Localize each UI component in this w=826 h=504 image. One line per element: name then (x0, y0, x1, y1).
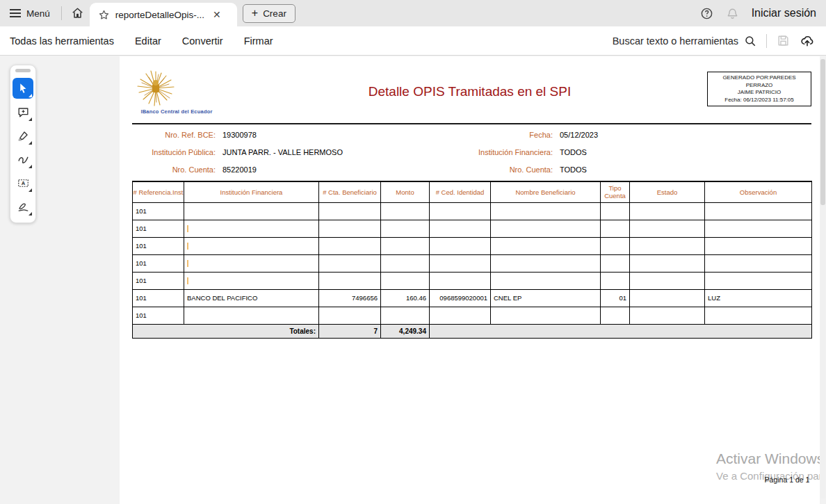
table-cell (319, 307, 381, 324)
signature-pen-icon (17, 200, 30, 213)
table-cell (430, 254, 491, 272)
table-cell (491, 202, 601, 220)
dropdown-corner (29, 141, 32, 145)
field-value: 05/12/2023 (560, 131, 598, 139)
report-fields-left: Nro. Ref. BCE:19300978 Institución Públi… (132, 131, 343, 183)
table-cell: 0968599020001 (430, 289, 491, 307)
field-label: Nro. Ref. BCE: (132, 131, 216, 139)
table-cell: 101 (133, 254, 184, 272)
search-button[interactable]: Buscar texto o herramientas (613, 35, 756, 47)
fill-sign-tool-button[interactable] (13, 196, 33, 217)
search-label: Buscar texto o herramientas (613, 35, 738, 47)
table-header-cell: # Referencia.Inst (133, 181, 184, 202)
sign-in-button[interactable]: Iniciar sesión (752, 7, 816, 19)
create-label: Crear (263, 8, 286, 19)
table-header-cell: Tipo Cuenta (601, 181, 630, 202)
table-header-cell: Monto (381, 181, 430, 202)
table-cell (381, 272, 430, 289)
table-cell (705, 202, 812, 220)
divider (766, 34, 767, 48)
table-cell (705, 254, 812, 272)
table-header-cell: Observación (705, 181, 812, 202)
select-tool-button[interactable] (13, 78, 33, 99)
vertical-scrollbar[interactable] (820, 59, 825, 498)
field-label: Nro. Cuenta: (419, 165, 553, 174)
quick-tools-palette: A (10, 65, 36, 223)
menu-item-edit[interactable]: Editar (135, 35, 161, 47)
text-select-icon: A (17, 177, 30, 190)
highlight-tool-button[interactable] (13, 125, 33, 146)
table-cell (630, 307, 705, 324)
table-cell: 101 (133, 307, 184, 324)
menu-item-sign[interactable]: Firmar (244, 35, 273, 47)
table-cell (705, 237, 812, 254)
table-cell (184, 307, 319, 324)
header-rule (132, 123, 811, 124)
table-row: 101 (133, 307, 812, 324)
draw-squiggle-icon (17, 153, 30, 166)
table-cell (381, 220, 430, 237)
home-button[interactable] (66, 3, 90, 24)
table-cell (630, 289, 705, 307)
field-value: 85220019 (222, 165, 257, 174)
palette-drag-handle[interactable] (15, 69, 31, 72)
table-header-cell: # Cta. Beneficiario (319, 181, 381, 202)
dropdown-corner (29, 188, 32, 192)
table-header-cell: # Ced. Identidad (430, 181, 491, 202)
table-header-row: # Referencia.InstInstitución Financiera#… (133, 181, 812, 202)
scrollbar-thumb[interactable] (820, 59, 825, 205)
home-icon (71, 7, 84, 19)
table-cell (491, 307, 601, 324)
totals-amount: 4,249.34 (381, 324, 430, 338)
table-cell: 101 (133, 202, 184, 220)
report-fields-right: Fecha:05/12/2023 Institución Financiera:… (419, 131, 598, 183)
create-button[interactable]: + Crear (243, 4, 295, 23)
table-row: 101 (133, 237, 812, 254)
table-row: 101 (133, 202, 812, 220)
generated-by-box: GENERADO POR:PAREDES PERRAZO JAIME PATRI… (707, 72, 811, 106)
comment-tool-button[interactable] (13, 101, 33, 122)
tools-toolbar: Todas las herramientas Editar Convertir … (0, 26, 826, 56)
opis-detail-table: # Referencia.InstInstitución Financiera#… (132, 181, 812, 339)
table-cell (381, 202, 430, 220)
save-icon[interactable] (777, 34, 790, 47)
help-icon[interactable] (700, 7, 713, 20)
table-cell: CNEL EP (491, 289, 601, 307)
table-cell (319, 202, 381, 220)
cursor-arrow-icon (17, 82, 29, 95)
page-indicator: Página 1 de 1 (731, 475, 820, 484)
table-cell (430, 237, 491, 254)
field-value: TODOS (560, 165, 587, 174)
table-cell: 01 (601, 289, 630, 307)
menu-item-convert[interactable]: Convertir (182, 35, 223, 47)
share-upload-icon[interactable] (800, 34, 815, 48)
table-cell: 7496656 (319, 289, 381, 307)
redacted-mark (187, 225, 188, 232)
tab-close-icon[interactable]: ✕ (213, 9, 221, 20)
table-cell (430, 272, 491, 289)
star-icon[interactable] (98, 9, 110, 21)
field-label: Institución Financiera: (419, 148, 553, 156)
table-cell (319, 220, 381, 237)
table-cell (184, 254, 319, 272)
notifications-bell-icon[interactable] (726, 7, 739, 20)
redacted-mark (187, 260, 188, 267)
table-cell (601, 220, 630, 237)
dropdown-corner (29, 212, 32, 216)
draw-tool-button[interactable] (13, 149, 33, 170)
menu-button[interactable]: Menú (0, 0, 57, 26)
table-cell (601, 307, 630, 324)
menu-item-all-tools[interactable]: Todas las herramientas (10, 35, 114, 47)
table-cell (430, 202, 491, 220)
select-text-tool-button[interactable]: A (13, 172, 33, 193)
table-row: 101 (133, 220, 812, 237)
table-totals-row: Totales: 7 4,249.34 (133, 324, 812, 338)
table-cell (491, 272, 601, 289)
pdf-page: lBanco Central del Ecuador Detalle OPIS … (120, 56, 820, 504)
table-cell (630, 237, 705, 254)
table-cell (601, 254, 630, 272)
search-icon (744, 35, 756, 47)
document-tab[interactable]: reporteDetalleOpis-... ✕ (90, 3, 237, 26)
dropdown-corner (29, 165, 32, 168)
menu-label: Menú (26, 8, 50, 19)
